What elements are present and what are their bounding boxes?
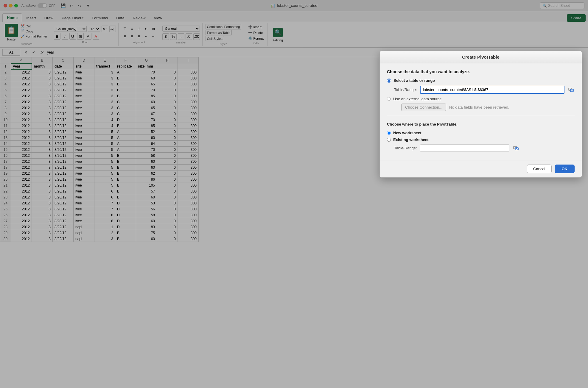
new-worksheet-label: New worksheet (393, 131, 421, 135)
modal-title: Create PivotTable (380, 51, 582, 63)
section1-title: Choose the data that you want to analyze… (387, 69, 575, 74)
place-range-row: Table/Range: (394, 144, 575, 152)
choose-connection-button[interactable]: Choose Connection... (401, 104, 446, 111)
place-range-select-icon[interactable] (512, 145, 519, 152)
select-table-radio[interactable] (387, 79, 391, 83)
modal-footer: Cancel OK (380, 160, 582, 177)
modal-overlay: Create PivotTable Choose the data that y… (0, 0, 588, 388)
ok-button[interactable]: OK (555, 165, 575, 173)
existing-worksheet-label: Existing worksheet (393, 137, 428, 142)
new-worksheet-radio[interactable] (387, 131, 391, 135)
external-radio-group: Use an external data source (387, 97, 442, 101)
section2-title: Choose where to place the PivotTable. (387, 122, 575, 126)
table-range-label: Table/Range: (394, 87, 417, 92)
new-worksheet-row: New worksheet (387, 131, 575, 135)
cancel-button[interactable]: Cancel (527, 165, 551, 173)
table-range-select-icon[interactable] (567, 86, 575, 93)
table-range-row: Table/Range: (394, 86, 575, 94)
external-source-label: Use an external data source (393, 97, 442, 101)
select-table-range-row: Select a table or range (387, 78, 575, 83)
existing-worksheet-row: Existing worksheet (387, 137, 575, 142)
place-range-label: Table/Range: (394, 146, 417, 150)
existing-worksheet-radio[interactable] (387, 138, 391, 142)
modal-body: Choose the data that you want to analyze… (380, 63, 582, 160)
table-range-input[interactable] (420, 86, 564, 94)
no-data-text: No data fields have been retrieved. (449, 105, 509, 109)
external-source-row: Use an external data source (387, 97, 575, 101)
select-table-label: Select a table or range (393, 78, 435, 83)
section-divider (387, 116, 575, 116)
external-source-radio[interactable] (387, 97, 391, 101)
place-range-input[interactable] (420, 144, 509, 152)
create-pivot-table-dialog: Create PivotTable Choose the data that y… (379, 51, 582, 178)
